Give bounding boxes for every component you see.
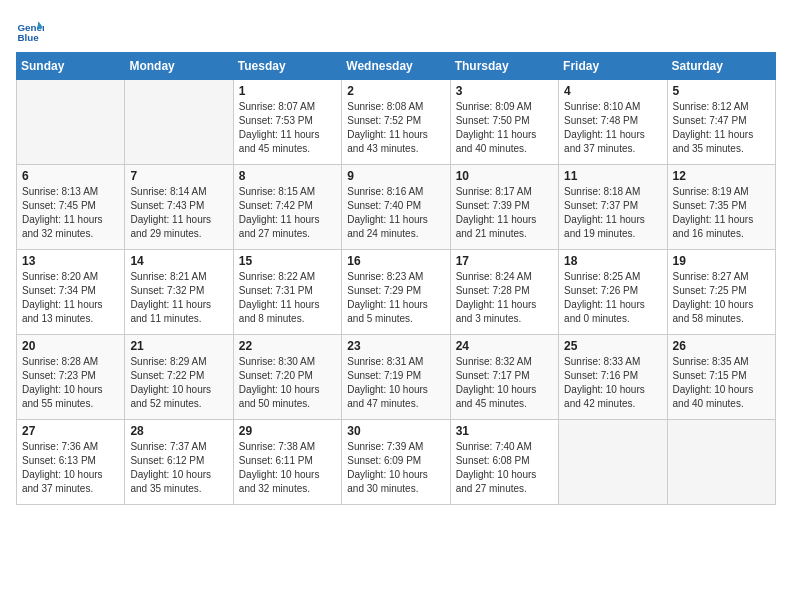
day-of-week-header: Wednesday [342, 53, 450, 80]
day-of-week-header: Sunday [17, 53, 125, 80]
day-number: 28 [130, 424, 227, 438]
day-info: Sunrise: 8:21 AM Sunset: 7:32 PM Dayligh… [130, 270, 227, 326]
calendar-cell: 25Sunrise: 8:33 AM Sunset: 7:16 PM Dayli… [559, 335, 667, 420]
day-info: Sunrise: 8:33 AM Sunset: 7:16 PM Dayligh… [564, 355, 661, 411]
calendar-header-row: SundayMondayTuesdayWednesdayThursdayFrid… [17, 53, 776, 80]
day-info: Sunrise: 8:16 AM Sunset: 7:40 PM Dayligh… [347, 185, 444, 241]
calendar-cell: 24Sunrise: 8:32 AM Sunset: 7:17 PM Dayli… [450, 335, 558, 420]
calendar-cell: 5Sunrise: 8:12 AM Sunset: 7:47 PM Daylig… [667, 80, 775, 165]
day-number: 17 [456, 254, 553, 268]
logo-icon: General Blue [16, 16, 44, 44]
day-number: 1 [239, 84, 336, 98]
calendar-cell: 23Sunrise: 8:31 AM Sunset: 7:19 PM Dayli… [342, 335, 450, 420]
day-number: 10 [456, 169, 553, 183]
day-number: 16 [347, 254, 444, 268]
calendar-cell: 29Sunrise: 7:38 AM Sunset: 6:11 PM Dayli… [233, 420, 341, 505]
calendar-cell: 13Sunrise: 8:20 AM Sunset: 7:34 PM Dayli… [17, 250, 125, 335]
calendar-table: SundayMondayTuesdayWednesdayThursdayFrid… [16, 52, 776, 505]
calendar-cell: 28Sunrise: 7:37 AM Sunset: 6:12 PM Dayli… [125, 420, 233, 505]
day-number: 26 [673, 339, 770, 353]
calendar-cell: 17Sunrise: 8:24 AM Sunset: 7:28 PM Dayli… [450, 250, 558, 335]
day-of-week-header: Saturday [667, 53, 775, 80]
day-info: Sunrise: 7:37 AM Sunset: 6:12 PM Dayligh… [130, 440, 227, 496]
day-number: 15 [239, 254, 336, 268]
calendar-cell: 7Sunrise: 8:14 AM Sunset: 7:43 PM Daylig… [125, 165, 233, 250]
logo: General Blue [16, 16, 44, 44]
day-number: 22 [239, 339, 336, 353]
day-info: Sunrise: 8:30 AM Sunset: 7:20 PM Dayligh… [239, 355, 336, 411]
day-number: 6 [22, 169, 119, 183]
day-info: Sunrise: 7:39 AM Sunset: 6:09 PM Dayligh… [347, 440, 444, 496]
day-number: 30 [347, 424, 444, 438]
calendar-cell: 15Sunrise: 8:22 AM Sunset: 7:31 PM Dayli… [233, 250, 341, 335]
calendar-cell: 12Sunrise: 8:19 AM Sunset: 7:35 PM Dayli… [667, 165, 775, 250]
calendar-cell: 10Sunrise: 8:17 AM Sunset: 7:39 PM Dayli… [450, 165, 558, 250]
calendar-week-row: 27Sunrise: 7:36 AM Sunset: 6:13 PM Dayli… [17, 420, 776, 505]
day-info: Sunrise: 8:19 AM Sunset: 7:35 PM Dayligh… [673, 185, 770, 241]
day-info: Sunrise: 8:09 AM Sunset: 7:50 PM Dayligh… [456, 100, 553, 156]
calendar-cell: 3Sunrise: 8:09 AM Sunset: 7:50 PM Daylig… [450, 80, 558, 165]
day-number: 8 [239, 169, 336, 183]
day-info: Sunrise: 8:23 AM Sunset: 7:29 PM Dayligh… [347, 270, 444, 326]
page-header: General Blue [16, 16, 776, 44]
day-number: 9 [347, 169, 444, 183]
day-number: 27 [22, 424, 119, 438]
day-of-week-header: Friday [559, 53, 667, 80]
day-number: 23 [347, 339, 444, 353]
day-number: 20 [22, 339, 119, 353]
day-info: Sunrise: 8:25 AM Sunset: 7:26 PM Dayligh… [564, 270, 661, 326]
day-of-week-header: Tuesday [233, 53, 341, 80]
calendar-cell: 27Sunrise: 7:36 AM Sunset: 6:13 PM Dayli… [17, 420, 125, 505]
calendar-week-row: 1Sunrise: 8:07 AM Sunset: 7:53 PM Daylig… [17, 80, 776, 165]
calendar-cell [559, 420, 667, 505]
svg-text:Blue: Blue [17, 32, 39, 43]
calendar-cell: 20Sunrise: 8:28 AM Sunset: 7:23 PM Dayli… [17, 335, 125, 420]
day-info: Sunrise: 8:14 AM Sunset: 7:43 PM Dayligh… [130, 185, 227, 241]
day-info: Sunrise: 8:28 AM Sunset: 7:23 PM Dayligh… [22, 355, 119, 411]
calendar-cell: 2Sunrise: 8:08 AM Sunset: 7:52 PM Daylig… [342, 80, 450, 165]
calendar-cell: 14Sunrise: 8:21 AM Sunset: 7:32 PM Dayli… [125, 250, 233, 335]
day-number: 12 [673, 169, 770, 183]
day-number: 25 [564, 339, 661, 353]
day-number: 21 [130, 339, 227, 353]
day-number: 13 [22, 254, 119, 268]
day-info: Sunrise: 8:32 AM Sunset: 7:17 PM Dayligh… [456, 355, 553, 411]
calendar-cell: 8Sunrise: 8:15 AM Sunset: 7:42 PM Daylig… [233, 165, 341, 250]
calendar-cell: 9Sunrise: 8:16 AM Sunset: 7:40 PM Daylig… [342, 165, 450, 250]
calendar-body: 1Sunrise: 8:07 AM Sunset: 7:53 PM Daylig… [17, 80, 776, 505]
calendar-cell: 4Sunrise: 8:10 AM Sunset: 7:48 PM Daylig… [559, 80, 667, 165]
calendar-cell: 16Sunrise: 8:23 AM Sunset: 7:29 PM Dayli… [342, 250, 450, 335]
calendar-cell: 19Sunrise: 8:27 AM Sunset: 7:25 PM Dayli… [667, 250, 775, 335]
calendar-cell: 26Sunrise: 8:35 AM Sunset: 7:15 PM Dayli… [667, 335, 775, 420]
calendar-week-row: 6Sunrise: 8:13 AM Sunset: 7:45 PM Daylig… [17, 165, 776, 250]
day-number: 11 [564, 169, 661, 183]
day-number: 7 [130, 169, 227, 183]
day-number: 5 [673, 84, 770, 98]
day-info: Sunrise: 8:17 AM Sunset: 7:39 PM Dayligh… [456, 185, 553, 241]
day-info: Sunrise: 7:38 AM Sunset: 6:11 PM Dayligh… [239, 440, 336, 496]
day-info: Sunrise: 8:29 AM Sunset: 7:22 PM Dayligh… [130, 355, 227, 411]
calendar-cell [17, 80, 125, 165]
day-number: 19 [673, 254, 770, 268]
calendar-cell [667, 420, 775, 505]
day-number: 14 [130, 254, 227, 268]
day-info: Sunrise: 8:22 AM Sunset: 7:31 PM Dayligh… [239, 270, 336, 326]
day-number: 4 [564, 84, 661, 98]
day-info: Sunrise: 8:08 AM Sunset: 7:52 PM Dayligh… [347, 100, 444, 156]
day-info: Sunrise: 7:36 AM Sunset: 6:13 PM Dayligh… [22, 440, 119, 496]
calendar-cell: 1Sunrise: 8:07 AM Sunset: 7:53 PM Daylig… [233, 80, 341, 165]
calendar-cell: 18Sunrise: 8:25 AM Sunset: 7:26 PM Dayli… [559, 250, 667, 335]
day-of-week-header: Thursday [450, 53, 558, 80]
day-info: Sunrise: 8:15 AM Sunset: 7:42 PM Dayligh… [239, 185, 336, 241]
day-info: Sunrise: 8:20 AM Sunset: 7:34 PM Dayligh… [22, 270, 119, 326]
calendar-cell [125, 80, 233, 165]
day-info: Sunrise: 8:07 AM Sunset: 7:53 PM Dayligh… [239, 100, 336, 156]
day-number: 2 [347, 84, 444, 98]
day-number: 3 [456, 84, 553, 98]
day-info: Sunrise: 8:13 AM Sunset: 7:45 PM Dayligh… [22, 185, 119, 241]
calendar-cell: 31Sunrise: 7:40 AM Sunset: 6:08 PM Dayli… [450, 420, 558, 505]
day-of-week-header: Monday [125, 53, 233, 80]
calendar-cell: 6Sunrise: 8:13 AM Sunset: 7:45 PM Daylig… [17, 165, 125, 250]
calendar-cell: 21Sunrise: 8:29 AM Sunset: 7:22 PM Dayli… [125, 335, 233, 420]
day-number: 29 [239, 424, 336, 438]
